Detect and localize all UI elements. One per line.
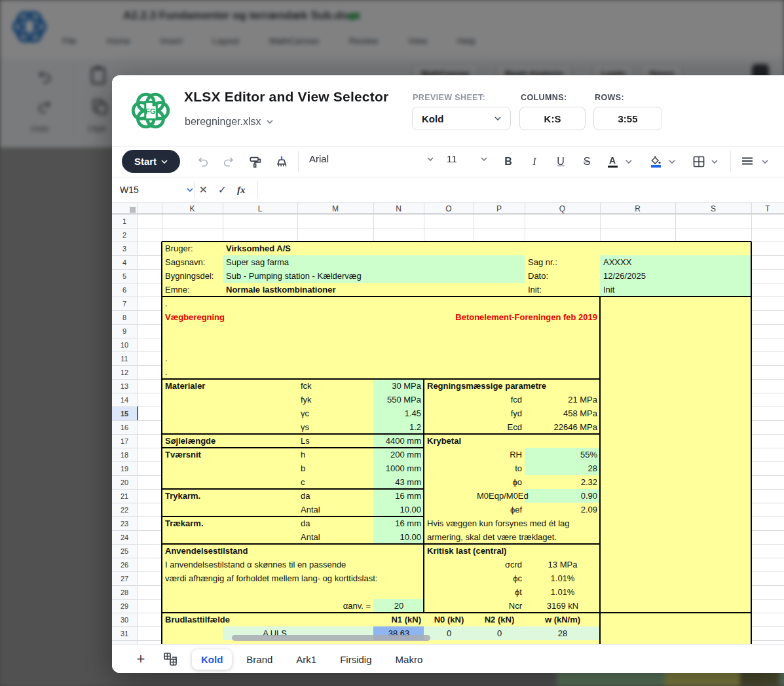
row-header-5[interactable]: 5 <box>112 269 137 283</box>
row-header-17[interactable]: 17 <box>112 434 137 448</box>
row-header-10[interactable]: 10 <box>112 338 137 352</box>
font-size-value: 11 <box>447 153 457 164</box>
xlsx-editor-modal: FG XLSX Editor and View Selector beregni… <box>112 75 784 673</box>
select-all-corner[interactable] <box>112 203 137 214</box>
row-header-2[interactable]: 2 <box>112 228 137 242</box>
row-header-12[interactable]: 12 <box>112 365 137 379</box>
bold-button[interactable]: B <box>500 154 516 170</box>
columns-label: COLUMNS: <box>521 93 567 102</box>
cancel-entry-button[interactable]: ✕ <box>199 181 208 198</box>
columns-input[interactable]: K:S <box>519 107 586 130</box>
chevron-down-icon <box>481 157 487 161</box>
row-header-28[interactable]: 28 <box>112 585 137 599</box>
sheet-tab-brand[interactable]: Brand <box>237 649 282 670</box>
italic-button[interactable]: I <box>527 154 542 170</box>
cell-O24: armering, skal det være træklaget. <box>424 532 559 543</box>
cell-P30: N2 (kN) <box>474 614 525 625</box>
text-color-dropdown[interactable] <box>624 154 633 170</box>
toolbar-divider <box>298 151 299 172</box>
row-header-31[interactable]: 31 <box>112 626 137 640</box>
redo-button[interactable] <box>221 154 236 170</box>
cell-K26: I anvendelsestilstand α skønnes til en p… <box>162 559 348 570</box>
underline-button[interactable]: U <box>553 154 569 170</box>
fill-color-dropdown[interactable] <box>667 154 677 170</box>
svg-text:FG: FG <box>145 107 156 115</box>
format-painter-icon[interactable] <box>248 154 263 170</box>
sheet-tab-makro[interactable]: Makro <box>386 649 432 670</box>
row-header-20[interactable]: 20 <box>112 475 137 489</box>
sheet-tab-ark1[interactable]: Ark1 <box>287 649 326 670</box>
font-family-select[interactable]: Arial <box>309 153 434 164</box>
preview-sheet-select[interactable]: Kold <box>412 107 511 130</box>
start-label: Start <box>134 156 157 167</box>
row-header-7[interactable]: 7 <box>112 297 137 310</box>
sheet-tabs: KoldBrandArk1FirsidigMakro <box>192 649 432 670</box>
row-header-13[interactable]: 13 <box>112 379 137 393</box>
horizontal-scrollbar[interactable] <box>232 635 430 641</box>
col-header-S[interactable]: S <box>675 203 751 214</box>
col-header-O[interactable]: O <box>424 203 474 214</box>
formula-input[interactable] <box>264 181 777 198</box>
section-border-h <box>162 378 600 380</box>
add-sheet-button[interactable]: + <box>133 651 149 668</box>
all-sheets-icon[interactable] <box>163 652 177 666</box>
fill-color-button[interactable] <box>648 154 663 170</box>
clear-format-broom-icon[interactable] <box>274 154 289 170</box>
start-menu-button[interactable]: Start <box>122 150 180 173</box>
align-dropdown[interactable] <box>760 154 770 170</box>
cell-Q18: 55% <box>525 449 600 460</box>
row-header-16[interactable]: 16 <box>112 420 137 434</box>
cell-name-box[interactable]: W15 <box>116 181 197 198</box>
row-header-8[interactable]: 8 <box>112 310 137 324</box>
col-header-J[interactable] <box>137 203 162 214</box>
file-selector[interactable]: beregninger.xlsx <box>185 116 273 128</box>
row-header-27[interactable]: 27 <box>112 571 137 585</box>
strikethrough-button[interactable]: S <box>579 154 595 170</box>
row-header-6[interactable]: 6 <box>112 283 137 297</box>
row-header-21[interactable]: 21 <box>112 489 137 503</box>
col-header-L[interactable]: L <box>223 203 297 214</box>
row-header-14[interactable]: 14 <box>112 393 137 406</box>
cell-O30: N0 (kN) <box>424 614 474 625</box>
undo-button[interactable] <box>195 154 211 170</box>
row-header-18[interactable]: 18 <box>112 448 137 461</box>
rows-input[interactable]: 3:55 <box>593 107 662 130</box>
row-header-29[interactable]: 29 <box>112 599 137 613</box>
col-header-T[interactable]: T <box>751 203 784 214</box>
insert-function-button[interactable]: fx <box>237 181 246 198</box>
cell-N29: 20 <box>373 600 424 611</box>
spreadsheet-grid[interactable]: KLMNOPQRST123456789101112131415161718192… <box>112 203 784 644</box>
row-header-1[interactable]: 1 <box>112 214 137 228</box>
row-header-3[interactable]: 3 <box>112 242 137 255</box>
row-header-11[interactable]: 11 <box>112 352 137 365</box>
row-header-26[interactable]: 26 <box>112 558 137 571</box>
align-button[interactable] <box>739 154 755 170</box>
borders-dropdown[interactable] <box>710 154 719 170</box>
cell-N15: 1.45 <box>373 408 424 419</box>
cell-K11: . <box>162 353 170 364</box>
row-header-25[interactable]: 25 <box>112 544 137 558</box>
col-header-M[interactable]: M <box>297 203 373 214</box>
row-header-22[interactable]: 22 <box>112 503 137 516</box>
cell-Q27: 1.01% <box>525 573 600 584</box>
row-header-15[interactable]: 15 <box>112 406 137 420</box>
borders-button[interactable] <box>691 154 707 170</box>
sheet-tab-kold[interactable]: Kold <box>192 649 232 670</box>
text-color-button[interactable]: A <box>605 154 620 170</box>
preview-sheet-label: PREVIEW SHEET: <box>413 93 485 102</box>
sheet-tab-firsidig[interactable]: Firsidig <box>331 649 381 670</box>
row-header-19[interactable]: 19 <box>112 461 137 475</box>
row-header-23[interactable]: 23 <box>112 516 137 530</box>
col-header-P[interactable]: P <box>474 203 525 214</box>
col-header-N[interactable]: N <box>373 203 424 214</box>
confirm-entry-button[interactable]: ✓ <box>218 181 227 198</box>
row-header-9[interactable]: 9 <box>112 324 137 338</box>
font-size-select[interactable]: 11 <box>447 153 487 164</box>
col-header-Q[interactable]: Q <box>525 203 600 214</box>
row-header-4[interactable]: 4 <box>112 255 137 269</box>
row-header-24[interactable]: 24 <box>112 530 137 544</box>
cell-K23: Trækarm. <box>162 518 206 529</box>
col-header-K[interactable]: K <box>162 203 223 214</box>
row-header-30[interactable]: 30 <box>112 613 137 626</box>
col-header-R[interactable]: R <box>600 203 675 214</box>
